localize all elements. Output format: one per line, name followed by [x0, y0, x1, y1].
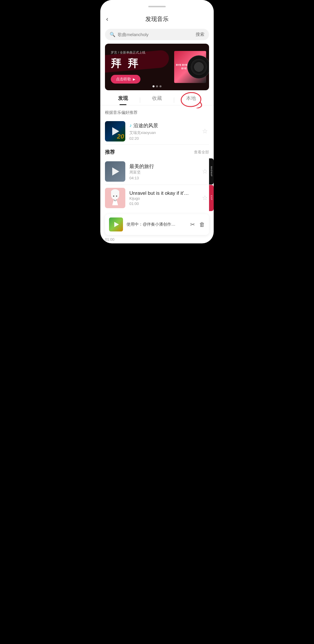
banner-play-button[interactable]: 点击听歌 ▶: [111, 75, 140, 84]
side-strip-text-2: EXP: [210, 195, 213, 200]
thumb-overlay: 20: [117, 133, 124, 140]
song-title-2: Unravel but is it okay if it'…: [129, 190, 197, 196]
header: ‹ 发现音乐: [100, 13, 214, 26]
svg-marker-7: [112, 200, 118, 205]
banner-subtitle: 罗言 / 全新单曲正式上线: [111, 50, 163, 55]
featured-song-duration: 02:20: [129, 136, 197, 141]
bottom-play-icon: [114, 222, 119, 227]
status-bar: [100, 0, 214, 13]
song-thumb-1: [105, 161, 125, 182]
featured-song-star[interactable]: ☆: [201, 126, 209, 136]
play-icon-1: [112, 167, 119, 176]
song-title-1: 最美的旅行: [129, 163, 197, 170]
music-note-icon: ♪: [129, 123, 132, 128]
tab-local[interactable]: 本地: [174, 95, 208, 105]
svg-rect-5: [113, 196, 114, 197]
search-button[interactable]: 搜索: [196, 32, 204, 37]
song-thumb-2: [105, 188, 125, 208]
view-all-button[interactable]: 查看全部: [194, 150, 209, 155]
tab-collect[interactable]: 收藏: [140, 95, 174, 105]
search-container: 🔍 搜索: [100, 26, 214, 44]
banner-title: 拜 拜: [111, 56, 163, 71]
tab-discover[interactable]: 发现: [106, 95, 140, 105]
bottom-actions: ✂ 🗑: [190, 221, 205, 228]
featured-song-title: 沿途的风景: [133, 122, 158, 129]
svg-rect-4: [117, 191, 119, 197]
play-icon: ▶: [133, 77, 135, 81]
bottom-thumb: [109, 217, 123, 231]
recommend-title: 推荐: [105, 149, 115, 155]
tab-bar: 发现 收藏 本地: [100, 90, 214, 105]
search-icon: 🔍: [110, 32, 115, 37]
page-title: 发现音乐: [145, 15, 169, 23]
banner-right: BYE BYE FULL FLASH BYE BYE BYE: [168, 44, 209, 90]
vinyl-record: [187, 55, 209, 79]
featured-song-artist: 艾瑞克xiaoyuan: [129, 130, 197, 135]
song-duration-1: 04:13: [129, 176, 197, 180]
song-star-2[interactable]: ☆: [201, 193, 209, 203]
bottom-bar[interactable]: 使用中：@伴奏小潘创作… ✂ 🗑: [105, 214, 209, 235]
song-info-2: Unravel but is it okay if it'… Kijugo 01…: [129, 190, 197, 206]
side-strip-1: MADNAP: [209, 158, 214, 185]
featured-song-info: ♪ 沿途的风景 艾瑞克xiaoyuan 02:20: [129, 122, 197, 141]
trash-button[interactable]: 🗑: [199, 221, 205, 228]
side-strip-2: EXP: [209, 185, 214, 211]
character-svg: [108, 189, 122, 207]
featured-song-thumb: 20: [105, 121, 125, 141]
featured-song-item[interactable]: 20 ♪ 沿途的风景 艾瑞克xiaoyuan 02:20 ☆: [100, 118, 214, 144]
bottom-bar-text: 使用中：@伴奏小潘创作…: [126, 222, 187, 227]
recommend-header: 推荐 查看全部: [100, 145, 214, 158]
svg-rect-6: [116, 196, 117, 197]
banner-left: 罗言 / 全新单曲正式上线 拜 拜 点击听歌 ▶: [105, 46, 168, 88]
svg-rect-3: [111, 191, 113, 197]
back-button[interactable]: ‹: [106, 15, 108, 23]
song-duration-2: 01:00: [129, 201, 197, 206]
song-artist-1: 周富坚: [129, 170, 197, 175]
search-bar[interactable]: 🔍 搜索: [105, 29, 209, 40]
status-pill: [148, 6, 166, 7]
scissors-button[interactable]: ✂: [190, 221, 195, 228]
search-input[interactable]: [118, 32, 193, 37]
section-preference-title: 根据音乐偏好推荐: [100, 105, 214, 118]
song-artist-2: Kijugo: [129, 196, 197, 201]
banner[interactable]: 罗言 / 全新单曲正式上线 拜 拜 点击听歌 ▶ BYE BYE FULL FL…: [105, 44, 209, 90]
last-duration: 01:00: [100, 237, 214, 243]
song-star-1[interactable]: ☆: [201, 167, 209, 176]
side-strip-text-1: MADNAP: [210, 166, 213, 177]
song-info-1: 最美的旅行 周富坚 04:13: [129, 163, 197, 180]
song-item-2[interactable]: Unravel but is it okay if it'… Kijugo 01…: [100, 185, 214, 211]
song-item-1[interactable]: 最美的旅行 周富坚 04:13 ☆ MADNAP: [100, 158, 214, 185]
